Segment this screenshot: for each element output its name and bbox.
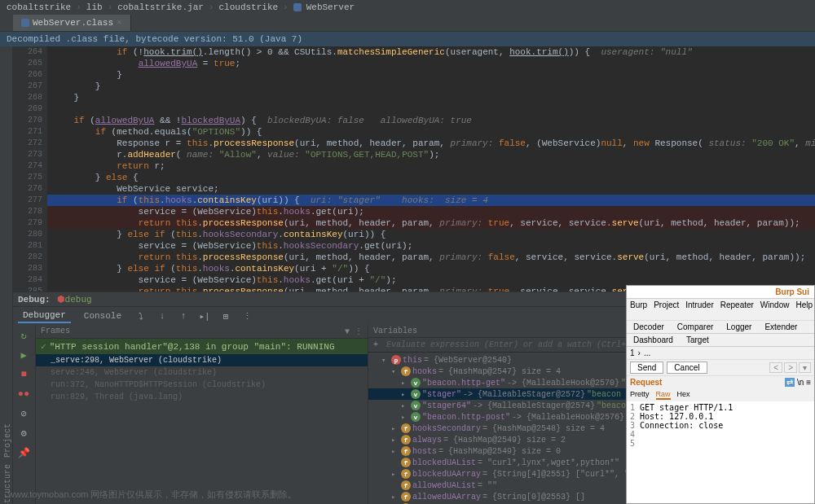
burp-view-tab[interactable]: Raw [656,390,671,400]
run-to-cursor-icon[interactable]: ▸| [198,309,211,322]
stack-frame[interactable]: run:829, Thread (java.lang) [36,391,368,403]
rerun-icon[interactable]: ↻ [16,328,31,343]
burp-menu-item[interactable]: Help [795,300,813,318]
stack-frame[interactable]: run:372, NanoHTTPD$HTTPSession (cloudstr… [36,379,368,391]
close-icon[interactable]: × [117,18,122,28]
burp-view-tabs: PrettyRawHex [627,388,814,401]
dropdown-icon[interactable]: › [638,348,641,357]
stack-frame[interactable]: _serve:298, WebServer (cloudstrike) [36,354,368,366]
more-icon[interactable]: ⋮ [240,309,253,322]
burp-title: Burp Sui [627,286,814,299]
tab-webserver[interactable]: WebServer.class × [13,15,131,31]
dropdown-icon[interactable]: ▾ [799,362,811,373]
toggle-icon[interactable]: ⇄ [785,378,795,387]
thread-running-icon: ✓ [41,341,46,352]
editor-gutter[interactable]: 2642652662672682692702712722732742752762… [13,46,47,291]
toolwindow-stripe-left: Project Structure [0,46,13,504]
code-editor[interactable]: 2642652662672682692702712722732742752762… [13,46,815,291]
request-label: Request [630,378,662,387]
bug-icon: ⬢ [57,294,65,305]
cancel-button[interactable]: Cancel [667,362,707,374]
burp-tab[interactable]: Dashboard [627,334,680,346]
crumb[interactable]: WebServer [306,2,355,12]
repeater-tab-num[interactable]: 1 [630,348,635,357]
step-out-icon[interactable]: ↑ [177,309,190,322]
toolwindow-project[interactable]: Project [0,420,12,461]
tab-console[interactable]: Console [79,309,126,322]
next-icon[interactable]: > [784,362,797,373]
burp-menu-item[interactable]: Window [760,300,790,318]
step-into-icon[interactable]: ↓ [156,309,169,322]
editor-tabbar: WebServer.class × [0,15,815,32]
evaluate-icon[interactable]: ⊞ [219,309,232,322]
debug-side-toolbar: ↻ ▶ ■ ●● ⊘ ⚙ 📌 [13,325,36,504]
burp-tabs-row1: DecoderComparerLoggerExtender [627,321,814,334]
newline-icon[interactable]: \n [797,378,804,387]
decompiled-banner: Decompiled .class file, bytecode version… [0,32,815,46]
crumb[interactable]: cobaltstrike [7,2,71,12]
ellipsis-icon[interactable]: ... [644,348,650,357]
class-icon [21,19,29,27]
thread-selector[interactable]: ✓ "HTTP session handler"@2,138 in group … [36,339,368,354]
frames-title: Frames [41,327,70,336]
watermark: www.toymoban.com 网络图片仅供展示，非存储，如有侵权请联系删除。 [8,489,297,501]
frames-pane: Frames ▼ ⋮ ✓ "HTTP session handler"@2,13… [36,325,368,504]
burp-menu-item[interactable]: Repeater [720,300,754,318]
run-config-name[interactable]: debug [65,295,92,305]
prev-icon[interactable]: < [769,362,782,373]
burp-tab[interactable]: Target [680,334,716,346]
burp-menu-item[interactable]: Burp [630,300,647,318]
crumb[interactable]: cloudstrike [218,2,278,12]
add-icon[interactable]: + [373,340,378,349]
crumb[interactable]: lib [86,2,103,12]
tab-debugger[interactable]: Debugger [18,309,71,323]
stack-frame[interactable]: serve:246, WebServer (cloudstrike) [36,366,368,379]
burp-view-tab[interactable]: Pretty [630,390,650,400]
burp-tab[interactable]: Logger [720,321,758,333]
burp-menu-item[interactable]: Intruder [685,300,713,318]
vars-title: Variables [373,327,417,335]
burp-tab[interactable]: Extender [758,321,804,333]
hamburger-icon[interactable]: ≡ [806,378,811,387]
editor-code[interactable]: if (!hook.trim().length() > 0 && CSUtils… [47,46,815,291]
burp-request-editor[interactable]: 1GET stager HTTP/1.12Host: 127.0.0.13Con… [627,401,814,503]
burp-menu-item[interactable]: Project [654,300,679,318]
pin-icon[interactable]: 📌 [16,445,31,460]
breadcrumb: cobaltstrike› lib› cobaltstrike.jar› clo… [0,0,815,15]
crumb[interactable]: cobaltstrike.jar [117,2,204,12]
view-breakpoints-icon[interactable]: ●● [16,387,31,401]
filter-icon[interactable]: ▼ [345,327,350,336]
send-button[interactable]: Send [630,362,663,374]
mute-breakpoints-icon[interactable]: ⊘ [16,406,31,421]
stop-icon[interactable]: ■ [16,367,31,382]
more-icon[interactable]: ⋮ [355,327,363,336]
burp-tabs-row2: DashboardTarget [627,334,814,347]
class-icon [293,3,302,11]
settings-icon[interactable]: ⚙ [16,426,31,440]
debug-title: Debug: [18,295,51,305]
step-over-icon[interactable]: ⤵ [134,309,148,322]
burp-menubar: BurpProjectIntruderRepeaterWindowHelpTur… [627,299,814,321]
burp-tab[interactable]: Decoder [627,321,671,333]
resume-icon[interactable]: ▶ [16,348,31,362]
burp-tab[interactable]: Comparer [671,321,720,333]
burp-view-tab[interactable]: Hex [677,390,690,400]
burp-window[interactable]: Burp Sui BurpProjectIntruderRepeaterWind… [626,285,815,504]
tab-label: WebServer.class [33,18,113,28]
thread-label: "HTTP session handler"@2,138 in group "m… [50,342,335,352]
